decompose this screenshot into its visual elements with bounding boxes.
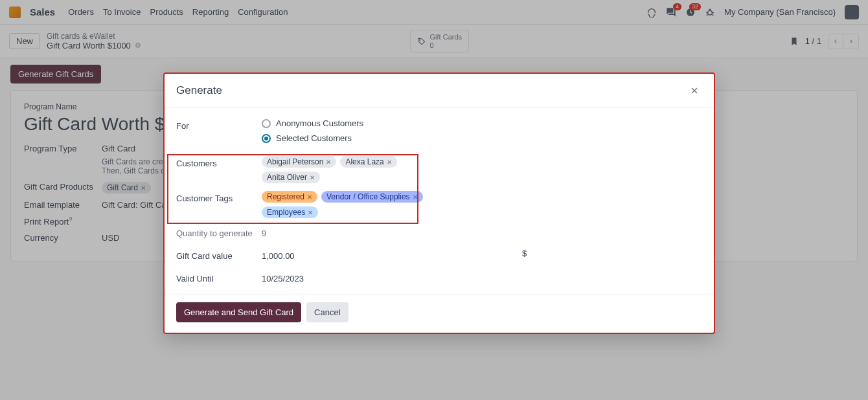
customer-category-tag[interactable]: Employees✕ bbox=[262, 206, 318, 218]
tag-remove-icon[interactable]: ✕ bbox=[310, 174, 315, 181]
tag-remove-icon[interactable]: ✕ bbox=[307, 194, 312, 201]
for-anonymous-option[interactable]: Anonymous Customers bbox=[262, 118, 702, 128]
customer-tag[interactable]: Abigail Peterson✕ bbox=[262, 156, 336, 168]
customer-tag[interactable]: Alexa Laza✕ bbox=[340, 156, 396, 168]
value-label: Gift Card value bbox=[176, 249, 262, 261]
valid-until-input[interactable]: 10/25/2023 bbox=[262, 271, 702, 286]
valid-until-label: Valid Until bbox=[176, 271, 262, 283]
for-label: For bbox=[176, 118, 262, 131]
modal-close-button[interactable] bbox=[687, 83, 702, 98]
currency-symbol: $ bbox=[522, 249, 527, 258]
modal-title: Generate bbox=[176, 84, 222, 97]
gift-card-value-input[interactable]: 1,000.00 bbox=[262, 249, 702, 263]
for-anonymous-label: Anonymous Customers bbox=[276, 118, 363, 128]
cancel-button[interactable]: Cancel bbox=[306, 302, 348, 322]
tag-remove-icon[interactable]: ✕ bbox=[413, 194, 418, 201]
tag-remove-icon[interactable]: ✕ bbox=[387, 159, 392, 166]
tag-text: Anita Oliver bbox=[267, 173, 307, 182]
radio-icon bbox=[262, 119, 271, 128]
generate-modal: Generate For Anonymous Customers Selecte… bbox=[163, 72, 715, 334]
generate-send-button[interactable]: Generate and Send Gift Card bbox=[176, 302, 301, 322]
customer-tags-field[interactable]: Registered✕Vendor / Office Supplies✕Empl… bbox=[262, 191, 456, 218]
customer-category-tag[interactable]: Registered✕ bbox=[262, 191, 317, 203]
customer-category-tag[interactable]: Vendor / Office Supplies✕ bbox=[321, 191, 423, 203]
tag-text: Registered bbox=[267, 192, 304, 201]
tag-remove-icon[interactable]: ✕ bbox=[326, 159, 331, 166]
customers-label: Customers bbox=[176, 156, 262, 168]
qty-value: 9 bbox=[262, 226, 702, 241]
radio-checked-icon bbox=[262, 134, 271, 143]
tag-text: Employees bbox=[267, 208, 305, 217]
qty-label: Quantity to generate bbox=[176, 226, 262, 238]
tag-remove-icon[interactable]: ✕ bbox=[308, 209, 313, 216]
customer-tags-label: Customer Tags bbox=[176, 191, 262, 203]
for-selected-label: Selected Customers bbox=[276, 133, 352, 143]
customers-field[interactable]: Abigail Peterson✕Alexa Laza✕Anita Oliver… bbox=[262, 156, 430, 183]
for-selected-option[interactable]: Selected Customers bbox=[262, 133, 702, 143]
customer-tag[interactable]: Anita Oliver✕ bbox=[262, 172, 320, 183]
tag-text: Alexa Laza bbox=[345, 157, 383, 166]
tag-text: Vendor / Office Supplies bbox=[326, 192, 410, 201]
tag-text: Abigail Peterson bbox=[267, 157, 323, 166]
